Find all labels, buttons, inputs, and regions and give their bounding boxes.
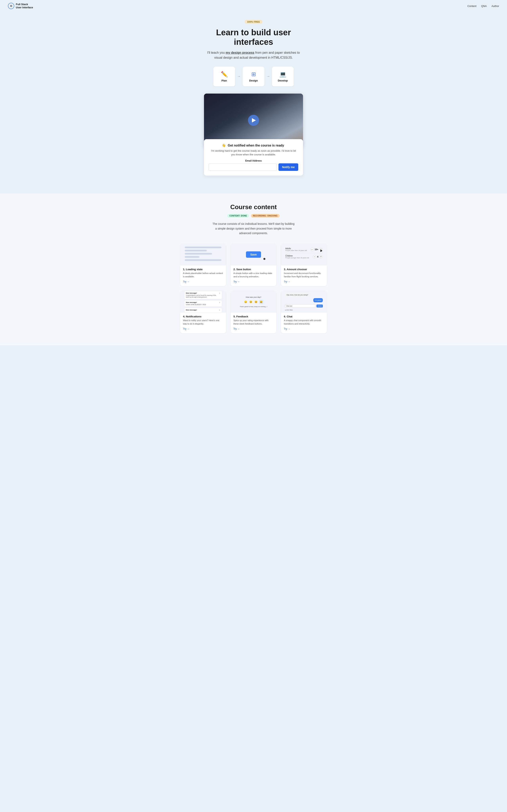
logo-text: Full Stack User Interface [16, 3, 33, 9]
lesson-card-1: 1. Loading state A sleek placeholder bef… [180, 244, 226, 286]
lesson-6-preview: Hey Jussi, how are you doing? I'm good! … [281, 291, 327, 313]
amount-chooser-preview: Adults People older than 18 years old – … [283, 245, 325, 264]
email-label: Email Address [209, 159, 298, 162]
arrow-1: → [237, 74, 241, 79]
loading-line-2 [185, 250, 207, 251]
plan-icon: ✏️ [221, 71, 228, 78]
course-title: Course content [6, 203, 501, 211]
design-icon: ⊞ [251, 71, 256, 78]
loading-line-5 [185, 259, 221, 261]
lesson-2-preview: Save [231, 244, 277, 265]
notify-button[interactable]: Notify me [278, 163, 298, 171]
lesson-3-desc: Increment and decrement functionality fa… [284, 271, 324, 278]
lesson-1-desc: A sleek placeholder before actual conten… [183, 271, 223, 278]
lesson-5-info: 5. Feedback Spice up your rating experie… [231, 313, 277, 333]
lesson-6-title: 6. Chat [284, 315, 324, 318]
logo-icon: ⚙ [8, 3, 14, 9]
notif-3: New message! × [184, 308, 222, 313]
email-input[interactable] [209, 163, 277, 171]
lesson-3-title: 3. Amount chooser [284, 268, 324, 271]
hero-section: 100% FREE Learn to build user interfaces… [0, 12, 507, 182]
lesson-4-desc: Want to notify your users? Here's one wa… [183, 319, 223, 325]
loading-line-4 [185, 256, 200, 258]
lesson-2-info: 2. Save button A simple button with a ni… [231, 265, 277, 286]
lesson-6-try[interactable]: Try → [284, 327, 290, 330]
lesson-3-preview: Adults People older than 18 years old – … [281, 244, 327, 265]
notify-desc: I'm working hard to get the course ready… [209, 149, 298, 157]
lesson-6-desc: A snappy chat component with smooth tran… [284, 319, 324, 325]
course-section: Course content CONTENT: DONE RECORDING: … [0, 194, 507, 345]
hero-title: Learn to build user interfaces [202, 28, 305, 47]
notify-form: Notify me [209, 163, 298, 171]
lesson-card-2: Save 2. Save button A simple button with… [231, 244, 277, 286]
badges-row: CONTENT: DONE RECORDING: ONGOING [6, 214, 501, 218]
chat-msg-2: I'm good! [313, 298, 323, 302]
cursor-arrow-icon [321, 250, 323, 252]
logo[interactable]: ⚙ Full Stack User Interface [8, 3, 33, 9]
chat-preview: Hey Jussi, how are you doing? I'm good! … [283, 291, 325, 312]
save-preview-btn: Save [246, 251, 261, 258]
step-develop-label: Develop [278, 79, 288, 82]
feedback-preview: How was your day? 😞 😐 😊 😄 That's great t… [240, 296, 267, 307]
develop-icon: 💻 [279, 71, 286, 78]
lesson-2-title: 2. Save button [233, 268, 274, 271]
nav-content[interactable]: Content [467, 5, 476, 7]
lesson-5-preview: How was your day? 😞 😐 😊 😄 That's great t… [231, 291, 277, 313]
lesson-1-title: 1. Loading state [183, 268, 223, 271]
step-design: ⊞ Design [243, 67, 264, 87]
play-icon [252, 118, 256, 122]
lesson-3-try[interactable]: Try → [284, 280, 290, 283]
lesson-3-info: 3. Amount chooser Increment and decremen… [281, 265, 327, 286]
nav-qna[interactable]: QNA [481, 5, 487, 7]
chat-msg-1: Hey Jussi, how are you doing? [285, 293, 310, 297]
hero-highlight: my design process [226, 51, 254, 54]
notify-box: 👋 Get notified when the course is ready … [204, 139, 303, 175]
steps-row: ✏️ Plan → ⊞ Design → 💻 Develop [4, 67, 503, 87]
notif-2: New message! COME HOME ALREADY! -MOM × [184, 300, 222, 307]
lesson-6-info: 6. Chat A snappy chat component with smo… [281, 313, 327, 333]
lesson-card-5: How was your day? 😞 😐 😊 😄 That's great t… [231, 291, 277, 333]
notif-1: New message! Congratulations, you've fou… [184, 291, 222, 299]
lesson-1-try[interactable]: Try → [183, 280, 189, 283]
section-separator [0, 182, 507, 194]
notify-title: 👋 Get notified when the course is ready [209, 144, 298, 147]
lesson-2-desc: A simple button with a nice loading stat… [233, 271, 274, 278]
free-badge: 100% FREE [244, 20, 262, 24]
children-row: Children People younger than 18 years ol… [285, 255, 323, 260]
loading-line-1 [185, 247, 221, 248]
notify-emoji: 👋 [222, 144, 226, 147]
lesson-5-title: 5. Feedback [233, 315, 274, 318]
navbar: ⚙ Full Stack User Interface Content QNA … [0, 0, 507, 12]
lesson-1-preview [180, 244, 226, 265]
lesson-card-4: New message! Congratulations, you've fou… [180, 291, 226, 333]
step-plan: ✏️ Plan [213, 67, 235, 87]
step-develop: 💻 Develop [272, 67, 294, 87]
play-button[interactable] [248, 115, 259, 126]
nav-author[interactable]: Author [492, 5, 499, 7]
lesson-2-try[interactable]: Try → [233, 280, 240, 283]
loading-line-3 [185, 253, 212, 255]
loading-lines [185, 247, 221, 262]
adults-row: Adults People older than 18 years old – … [285, 247, 323, 253]
step-design-label: Design [249, 79, 258, 82]
lesson-1-info: 1. Loading state A sleek placeholder bef… [180, 265, 226, 286]
lesson-4-title: 4. Notifications [183, 315, 223, 318]
chat-input-row: How are Send [285, 304, 323, 308]
lesson-card-6: Hey Jussi, how are you doing? I'm good! … [281, 291, 327, 333]
cursor-icon [264, 258, 265, 260]
step-plan-label: Plan [221, 79, 227, 82]
lesson-4-preview: New message! Congratulations, you've fou… [180, 291, 226, 313]
notifications-preview: New message! Congratulations, you've fou… [183, 291, 224, 313]
hero-subtitle: I'll teach you my design process from pe… [206, 50, 301, 60]
badge-done: CONTENT: DONE [227, 214, 249, 218]
lesson-4-info: 4. Notifications Want to notify your use… [180, 313, 226, 333]
lesson-card-3: Adults People older than 18 years old – … [281, 244, 327, 286]
arrow-2: → [266, 74, 270, 79]
lessons-grid: 1. Loading state A sleek placeholder bef… [180, 244, 327, 333]
nav-links: Content QNA Author [467, 5, 499, 7]
lesson-4-try[interactable]: Try → [183, 327, 189, 330]
badge-recording: RECORDING: ONGOING [251, 214, 280, 218]
course-desc: The course consists of six individual le… [212, 222, 295, 236]
lesson-5-try[interactable]: Try → [233, 327, 240, 330]
lesson-5-desc: Spice up your rating experience with the… [233, 319, 274, 325]
